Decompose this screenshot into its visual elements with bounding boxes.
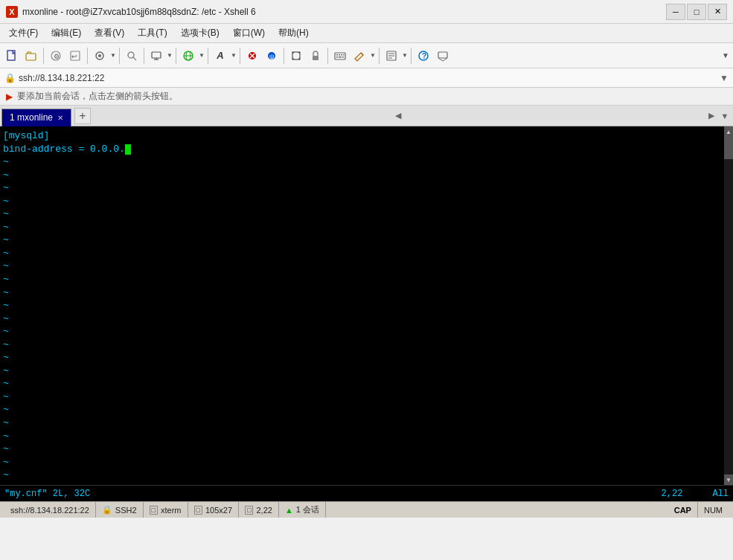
toolbar-screen[interactable] [147,47,165,65]
bottombar-size: □ 105x27 [188,502,240,518]
toolbar-btn3[interactable]: ⚙ [47,47,65,65]
menu-window[interactable]: 窗口(W) [227,25,271,41]
toolbar-dropdown3[interactable]: ▼ [199,47,205,65]
terminal-scrollbar[interactable]: ▲ ▼ [724,126,733,485]
toolbar-edit[interactable] [351,47,368,65]
svg-text:↩: ↩ [71,53,77,60]
svg-line-31 [361,53,363,55]
toolbar-dropdown1[interactable]: ▼ [110,47,116,65]
toolbar-sep4 [144,48,144,64]
dropdown-arrow6-icon: ▼ [402,52,408,59]
terminal-line-tilde-23: ~ [3,442,721,456]
toolbar-sep2 [87,48,88,64]
menu-file[interactable]: 文件(F) [3,25,44,41]
bottombar-size: 105x27 [205,506,232,515]
svg-point-7 [98,54,101,57]
session-bar-text: 要添加当前会话，点击左侧的箭头按钮。 [17,90,178,103]
app-icon-text: X [9,7,14,16]
svg-rect-28 [336,57,338,58]
toolbar-dropdown6[interactable]: ▼ [402,47,408,65]
svg-text:⚙: ⚙ [54,53,60,60]
toolbar-compose[interactable] [382,47,400,65]
svg-rect-30 [342,57,344,58]
toolbar-settings[interactable] [91,47,109,65]
bottombar-cap: CAP [668,502,698,518]
scrollbar-up-button[interactable]: ▲ [724,126,733,137]
bottombar-term: □ xterm [144,502,188,518]
dropdown-arrow5-icon: ▼ [370,52,376,59]
address-lock-icon: 🔒 [4,73,16,83]
terminal-line-tilde-22: ~ [3,430,721,443]
terminal-line-tilde-2: ~ [3,169,721,182]
terminal-line-tilde-6: ~ [3,221,721,234]
close-button[interactable]: ✕ [708,4,727,20]
toolbar-blue-btn[interactable]: ψ [263,47,281,65]
terminal-line-tilde-7: ~ [3,234,721,247]
toolbar-font[interactable]: A [211,47,229,65]
toolbar-help-btn[interactable]: ? [414,47,432,65]
svg-text:ψ: ψ [269,53,274,60]
toolbar-new[interactable] [3,47,21,65]
scrollbar-down-button[interactable]: ▼ [724,474,733,485]
toolbar-msg[interactable] [434,47,452,65]
terminal-line-tilde-24: ~ [3,456,721,469]
address-text[interactable]: ssh://8.134.18.221:22 [19,73,717,83]
toolbar-btn4[interactable]: ↩ [66,47,84,65]
tab-close-icon[interactable]: ✕ [57,114,63,122]
status-position: 2,22 [662,489,683,499]
terminal-line-tilde-12: ~ [3,299,721,312]
bottom-status-bar: ssh://8.134.18.221:22 🔒 SSH2 □ xterm □ 1… [0,501,733,518]
terminal-line-tilde-11: ~ [3,286,721,300]
tab-menu-button[interactable]: ▼ [718,108,732,124]
toolbar-dropdown2[interactable]: ▼ [167,47,173,65]
bottombar-term-label: xterm [161,506,182,515]
toolbar-globe[interactable] [179,47,197,65]
menu-edit[interactable]: 编辑(E) [45,25,87,41]
session-add-icon[interactable]: ▶ [6,91,13,102]
toolbar-dropdown4[interactable]: ▼ [231,47,237,65]
toolbar: ⚙ ↩ ▼ ▼ ▼ A ▼ ψ [0,43,733,68]
terminal-line-tilde-10: ~ [3,273,721,286]
scrollbar-track[interactable] [724,137,733,474]
scrollbar-thumb[interactable] [724,137,733,159]
toolbar-search[interactable] [123,47,141,65]
toolbar-keyboard[interactable] [331,47,349,65]
terminal-line-tilde-20: ~ [3,403,721,416]
toolbar-dropdown5[interactable]: ▼ [370,47,376,65]
tab-add-button[interactable]: + [74,108,91,124]
menu-view[interactable]: 查看(V) [89,25,130,41]
toolbar-sep6 [208,48,208,64]
terminal[interactable]: [mysqld] bind-address = 0.0.0. ~ ~ ~ ~ ~… [0,126,724,485]
ssh-lock-icon: 🔒 [102,505,112,515]
tab-mxonline[interactable]: 1 mxonline ✕ [1,109,71,126]
menu-card[interactable]: 选项卡(B) [175,25,225,41]
svg-rect-27 [343,54,345,56]
tab-next-button[interactable]: ▶ [705,108,718,124]
tab-bar: 1 mxonline ✕ + ◀ ▶ ▼ [0,106,733,126]
tab-prev-button[interactable]: ◀ [391,108,405,124]
menu-help[interactable]: 帮助(H) [272,25,315,41]
svg-rect-1 [26,54,36,60]
toolbar-lock[interactable] [307,47,324,65]
svg-rect-26 [341,54,342,56]
terminal-status-bar: "my.cnf" 2L, 32C 2,22 All [0,485,733,501]
bottombar-session-count: 1 会话 [296,504,319,515]
terminal-cursor [125,144,131,155]
svg-rect-24 [336,54,338,56]
terminal-container[interactable]: [mysqld] bind-address = 0.0.0. ~ ~ ~ ~ ~… [0,126,733,485]
window-controls[interactable]: ─ □ ✕ [666,4,727,20]
address-dropdown-icon[interactable]: ▼ [720,73,729,83]
terminal-line-tilde-13: ~ [3,312,721,326]
terminal-line-tilde-15: ~ [3,338,721,352]
toolbar-sep5 [176,48,176,64]
toolbar-open[interactable] [22,47,40,65]
maximize-button[interactable]: □ [687,4,706,20]
minimize-button[interactable]: ─ [666,4,685,20]
toolbar-expand[interactable] [287,47,305,65]
toolbar-right-arrow[interactable]: ▼ [721,51,730,59]
terminal-line-tilde-21: ~ [3,416,721,430]
terminal-line-mysqld: [mysqld] [3,129,721,143]
address-bar: 🔒 ssh://8.134.18.221:22 ▼ [0,68,733,88]
toolbar-red-btn[interactable] [243,47,261,65]
menu-tools[interactable]: 工具(T) [132,25,173,41]
